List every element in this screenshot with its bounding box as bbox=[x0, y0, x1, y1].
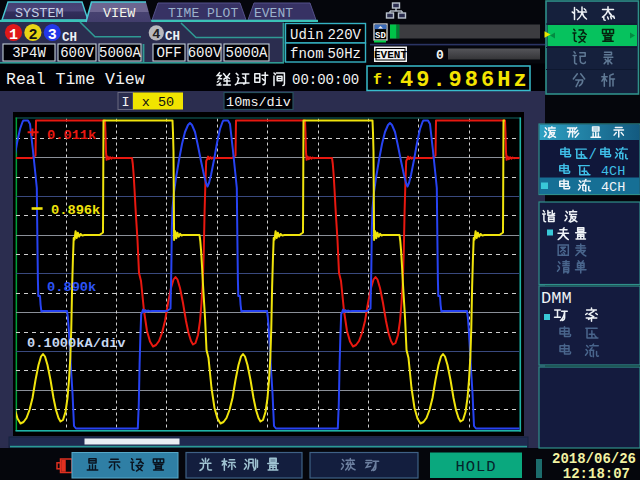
svg-text:600V: 600V bbox=[188, 45, 222, 61]
svg-text:/: / bbox=[589, 147, 597, 163]
svg-text:EVENT: EVENT bbox=[374, 49, 407, 61]
svg-text:fnom: fnom bbox=[290, 46, 324, 62]
svg-text:x 50: x 50 bbox=[142, 95, 174, 110]
svg-text:1: 1 bbox=[9, 27, 18, 44]
svg-text:12:18:07: 12:18:07 bbox=[563, 466, 630, 480]
svg-text:0: 0 bbox=[436, 48, 444, 63]
svg-text:0.896k: 0.896k bbox=[51, 203, 100, 218]
svg-text:3P4W: 3P4W bbox=[12, 45, 46, 61]
svg-text:49.986Hz: 49.986Hz bbox=[400, 68, 530, 93]
svg-text:2: 2 bbox=[28, 27, 37, 44]
svg-text:EVENT: EVENT bbox=[254, 6, 293, 21]
svg-text:2018/06/26: 2018/06/26 bbox=[552, 451, 636, 467]
svg-text:Udin: Udin bbox=[290, 27, 324, 43]
svg-text:10ms/div: 10ms/div bbox=[226, 95, 291, 110]
svg-text:4CH: 4CH bbox=[601, 164, 625, 179]
svg-text:SD: SD bbox=[375, 31, 386, 41]
svg-text:CH: CH bbox=[62, 31, 77, 45]
svg-text:OFF: OFF bbox=[156, 45, 181, 61]
svg-text:HOLD: HOLD bbox=[455, 458, 496, 476]
svg-text:0.011k: 0.011k bbox=[47, 128, 96, 143]
svg-text:220V: 220V bbox=[327, 27, 361, 43]
svg-text:0.890k: 0.890k bbox=[47, 280, 96, 295]
svg-text:Real Time View: Real Time View bbox=[6, 70, 145, 89]
svg-text:SYSTEM: SYSTEM bbox=[15, 6, 64, 21]
svg-text:5000A: 5000A bbox=[225, 45, 268, 61]
svg-text:4: 4 bbox=[152, 27, 160, 42]
svg-text:3: 3 bbox=[48, 27, 57, 44]
svg-text:CH: CH bbox=[165, 30, 180, 44]
svg-text:00:00:00: 00:00:00 bbox=[292, 72, 359, 88]
svg-text:DMM: DMM bbox=[541, 289, 572, 308]
svg-text:5000A: 5000A bbox=[99, 45, 142, 61]
svg-text:TIME PLOT: TIME PLOT bbox=[168, 6, 238, 21]
svg-text:0.1000kA/div: 0.1000kA/div bbox=[27, 336, 126, 351]
svg-text:VIEW: VIEW bbox=[103, 6, 136, 21]
svg-text:4CH: 4CH bbox=[601, 180, 625, 195]
svg-text:f:: f: bbox=[373, 72, 397, 89]
svg-text:600V: 600V bbox=[60, 45, 94, 61]
svg-text:I: I bbox=[121, 95, 129, 110]
svg-text:50Hz: 50Hz bbox=[327, 46, 361, 62]
